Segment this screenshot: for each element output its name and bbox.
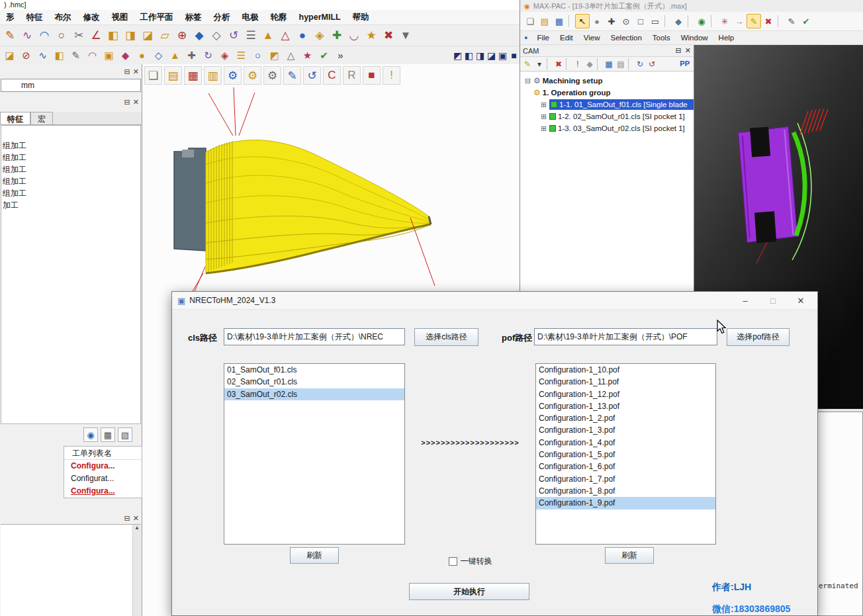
view-right-icon[interactable]: ◪ xyxy=(486,48,497,64)
open-file-icon[interactable]: ▤ xyxy=(537,14,552,28)
menu-item[interactable]: 轮廓 xyxy=(265,10,293,25)
fit-screen-icon[interactable]: ▭ xyxy=(648,14,662,28)
menu-item[interactable]: 电极 xyxy=(236,10,265,25)
pof-file-item[interactable]: Configuration-1_4.pof xyxy=(536,437,715,449)
menu-item[interactable]: Edit xyxy=(555,32,578,43)
flow-arrow-icon[interactable]: → xyxy=(732,14,747,28)
worklist-icon[interactable]: ▦ xyxy=(101,427,115,442)
one-click-convert-checkbox[interactable] xyxy=(449,557,457,566)
exclaim-icon[interactable]: ! xyxy=(572,58,584,70)
scrollbar[interactable]: ▲ xyxy=(132,525,141,616)
pof-file-item[interactable]: Configuration-1_13.pof xyxy=(536,400,715,412)
menu-item[interactable]: 帮助 xyxy=(347,10,375,25)
view-3d-icon[interactable]: ■ xyxy=(508,48,520,64)
arc-icon[interactable]: ◠ xyxy=(36,26,53,44)
pin-icon[interactable]: ⊟ xyxy=(124,67,130,76)
cls-path-input[interactable]: D:\素材\19-3单叶片加工案例（开式）\NREC xyxy=(224,328,405,345)
pof-file-item[interactable]: Configuration-1_12.pof xyxy=(536,388,715,400)
dome-icon[interactable]: ◠ xyxy=(84,48,101,64)
worklist-row[interactable]: Configura... xyxy=(64,485,142,498)
menu-item[interactable]: File xyxy=(531,32,555,43)
expand-icon[interactable]: ⊞ xyxy=(540,113,547,120)
pof-path-input[interactable]: D:\素材\19-3单叶片加工案例（开式）\POF xyxy=(534,328,717,345)
feature-item[interactable]: 组加工 xyxy=(1,140,140,152)
feature-list[interactable]: 组加工组加工组加工组加工组加工加工 xyxy=(1,125,141,424)
menu-item[interactable]: 工作平面 xyxy=(134,10,179,25)
menu-item[interactable]: Help xyxy=(713,32,740,43)
menu-item[interactable]: 分析 xyxy=(208,10,236,25)
view-front-icon[interactable]: ◧ xyxy=(463,48,475,64)
close-icon[interactable]: ✕ xyxy=(133,67,139,76)
loft-icon[interactable]: ◨ xyxy=(122,26,139,44)
save-file-icon[interactable]: ▦ xyxy=(552,14,567,28)
menu-item[interactable]: 修改 xyxy=(77,10,106,25)
menu-item[interactable]: Window xyxy=(676,32,713,43)
tab-macro[interactable]: 宏 xyxy=(30,112,53,124)
wave-icon[interactable]: ∿ xyxy=(34,48,51,64)
extrude-icon[interactable]: ▲ xyxy=(259,26,277,44)
pp-button[interactable]: PP xyxy=(680,60,690,67)
feature-item[interactable]: 组加工 xyxy=(1,175,140,187)
unit-dropdown[interactable]: mm xyxy=(1,79,141,92)
pin-icon[interactable]: ⊟ xyxy=(124,98,130,107)
choose-pof-path-button[interactable]: 选择pof路径 xyxy=(727,328,790,346)
pof-file-item[interactable]: Configuration-1_10.pof xyxy=(536,364,715,376)
diamond-icon[interactable]: ◆ xyxy=(117,48,134,64)
camera-view-icon[interactable]: ◆ xyxy=(671,14,686,28)
cls-file-item[interactable]: 03_SamOut_r02.cls xyxy=(224,388,404,400)
sphere-icon[interactable]: ● xyxy=(294,26,311,44)
feature-item[interactable]: 加工 xyxy=(1,199,140,211)
tree-node-operation-group[interactable]: ⚙ 1. Operation group xyxy=(520,87,694,99)
tree-node-operation-3[interactable]: ⊞ 1-3. 03_SamOut_r02.cls [SI pocket 1] xyxy=(520,122,694,134)
revolve-icon[interactable]: ↺ xyxy=(225,26,242,44)
close-icon[interactable]: ✕ xyxy=(133,98,139,107)
tree-node-machining-setup[interactable]: ⊟ ⚙ Machining setup xyxy=(520,75,694,87)
refresh-cls-button[interactable]: 刷新 xyxy=(290,547,339,564)
redo-icon[interactable]: ↻ xyxy=(200,48,216,64)
pen-icon[interactable]: ✎ xyxy=(68,48,84,64)
diamond-icon[interactable]: ◆ xyxy=(584,58,596,70)
pin-icon[interactable]: ⊟ xyxy=(124,514,130,523)
pof-file-item[interactable]: Configuration-1_11.pof xyxy=(536,376,715,388)
view-iso-icon[interactable]: ◩ xyxy=(452,48,463,64)
pof-file-item[interactable]: Configuration-1_5.pof xyxy=(536,449,715,461)
expand-icon[interactable]: ⊞ xyxy=(540,125,547,132)
star-icon[interactable]: ★ xyxy=(363,26,380,44)
cls-file-list[interactable]: 01_SamOut_f01.cls02_SamOut_r01.cls03_Sam… xyxy=(224,363,405,545)
delete-x-icon[interactable]: ✖ xyxy=(553,58,565,70)
stack-icon[interactable]: ☰ xyxy=(233,48,250,64)
highlight-pencil-icon[interactable]: ✎ xyxy=(747,14,761,28)
selected-tree-row[interactable]: 1-1. 01_SamOut_f01.cls [Single blade xyxy=(549,99,694,110)
trim-scissors-icon[interactable]: ✂ xyxy=(70,26,87,44)
curve-icon[interactable]: ◡ xyxy=(345,26,363,44)
dialog-titlebar[interactable]: ▣ NRECToHM_2024_V1.3 xyxy=(172,292,817,310)
pof-file-item[interactable]: Configuration-1_6.pof xyxy=(536,461,715,472)
gem-icon[interactable]: ◈ xyxy=(311,26,328,44)
menu-item[interactable]: 标签 xyxy=(179,10,208,25)
zoom-icon[interactable]: ⊙ xyxy=(619,14,633,28)
select-cursor-icon[interactable]: ↖ xyxy=(575,14,590,28)
maximize-button[interactable]: □ xyxy=(760,292,786,310)
refresh-pof-button[interactable]: 刷新 xyxy=(605,547,654,564)
minimize-button[interactable]: – xyxy=(733,292,758,310)
face-icon[interactable]: ◧ xyxy=(51,48,68,64)
menu-item[interactable]: 形 xyxy=(0,10,21,25)
worklist-row[interactable]: Configurat... xyxy=(64,472,142,485)
expand-icon[interactable]: ⊞ xyxy=(540,101,547,109)
plus-icon[interactable]: ✚ xyxy=(183,48,200,64)
tree-node-operation-2[interactable]: ⊞ 1-2. 02_SamOut_r01.cls [SI pocket 1] xyxy=(520,110,694,122)
dropdown-caret-icon[interactable]: ▾ xyxy=(533,58,545,70)
wedge-icon[interactable]: ▲ xyxy=(167,48,183,64)
menu-item[interactable]: Selection xyxy=(606,32,647,43)
more-chevron-icon[interactable]: » xyxy=(332,48,349,64)
ring-icon[interactable]: ○ xyxy=(250,48,266,64)
filter-pencil-icon[interactable]: ✎ xyxy=(522,58,533,70)
menu-item[interactable]: hyperMILL xyxy=(293,11,347,24)
tree-node-operation-1[interactable]: ⊞ 1-1. 01_SamOut_f01.cls [Single blade xyxy=(520,99,694,110)
menu-item[interactable]: View xyxy=(578,32,606,43)
fav-icon[interactable]: ★ xyxy=(299,48,316,64)
offset-icon[interactable]: ⊕ xyxy=(173,26,191,44)
choose-cls-path-button[interactable]: 选择cls路径 xyxy=(414,328,478,346)
chamfer-icon[interactable]: ◇ xyxy=(208,26,225,44)
view-back-icon[interactable]: ▣ xyxy=(497,48,508,64)
